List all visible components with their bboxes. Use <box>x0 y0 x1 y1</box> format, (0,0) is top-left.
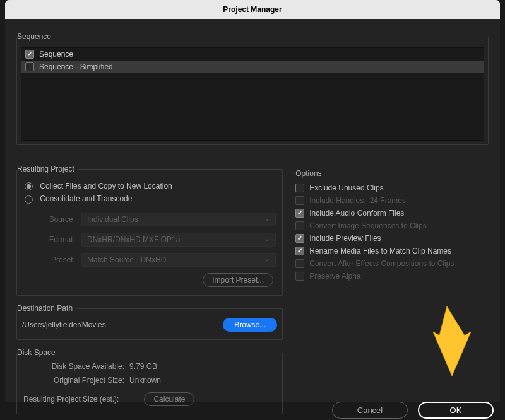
option-preview-files[interactable]: Include Preview Files <box>295 232 489 245</box>
radio-icon[interactable] <box>25 195 33 204</box>
format-select[interactable]: DNxHR/DNxHD MXF OP1a <box>81 233 276 247</box>
checkbox-icon[interactable] <box>25 62 34 71</box>
source-select[interactable]: Individual Clips <box>81 213 276 226</box>
option-label: Include Preview Files <box>309 234 381 243</box>
source-label: Source: <box>23 215 81 224</box>
option-exclude-unused[interactable]: Exclude Unused Clips <box>295 182 489 194</box>
checkbox-icon[interactable] <box>295 184 304 192</box>
checkbox-icon[interactable] <box>25 50 34 59</box>
radio-label: Consolidate and Transcode <box>40 194 132 203</box>
resulting-size-label: Resulting Project Size (est.): <box>23 395 119 404</box>
option-convert-image-seq: Convert Image Sequences to Clips <box>295 219 489 232</box>
ok-button[interactable]: OK <box>418 402 494 419</box>
checkbox-icon <box>295 221 304 230</box>
option-label: Include Handles: <box>309 196 365 205</box>
original-size-value: Unknown <box>129 376 161 385</box>
calculate-button[interactable]: Calculate <box>144 392 194 406</box>
preset-label: Preset: <box>23 255 81 264</box>
checkbox-icon <box>295 196 304 205</box>
radio-consolidate[interactable]: Consolidate and Transcode <box>17 192 282 205</box>
disk-available-label: Disk Space Available: <box>22 362 129 371</box>
option-label: Convert After Effects Compositions to Cl… <box>309 259 454 268</box>
resulting-project-fieldset: Resulting Project Collect Files and Copy… <box>16 169 283 296</box>
option-audio-conform[interactable]: Include Audio Conform Files <box>295 207 489 219</box>
sequence-row[interactable]: Sequence <box>21 48 484 61</box>
checkbox-icon[interactable] <box>295 247 304 255</box>
checkbox-icon <box>295 259 304 268</box>
dialog-title: Project Manager <box>5 0 500 19</box>
browse-button[interactable]: Browse... <box>223 318 277 332</box>
dialog-footer: Cancel OK <box>332 402 494 419</box>
disk-available-value: 9.79 GB <box>129 362 157 371</box>
sequence-item-label: Sequence - Simplified <box>39 62 113 71</box>
sequence-legend: Sequence <box>17 32 55 41</box>
original-size-label: Original Project Size: <box>22 376 129 385</box>
preset-select[interactable]: Match Source - DNxHD <box>81 253 276 267</box>
checkbox-icon[interactable] <box>295 234 304 243</box>
option-rename-media[interactable]: Rename Media Files to Match Clip Names <box>295 245 489 257</box>
options-fieldset: Options Exclude Unused Clips Include Han… <box>295 169 489 283</box>
radio-label: Collect Files and Copy to New Location <box>40 182 172 190</box>
import-preset-button[interactable]: Import Preset... <box>203 273 273 287</box>
sequence-list[interactable]: Sequence Sequence - Simplified <box>21 47 484 141</box>
option-preserve-alpha: Preserve Alpha <box>295 270 489 283</box>
radio-collect[interactable]: Collect Files and Copy to New Location <box>17 180 282 192</box>
option-include-handles: Include Handles: 24 Frames <box>295 194 489 207</box>
sequence-row[interactable]: Sequence - Simplified <box>21 61 484 73</box>
disk-space-legend: Disk Space <box>17 348 59 357</box>
cancel-button[interactable]: Cancel <box>332 402 408 419</box>
destination-path: /Users/jellyfielder/Movies <box>20 315 106 334</box>
checkbox-icon[interactable] <box>295 209 304 218</box>
option-label: Exclude Unused Clips <box>309 184 383 192</box>
radio-icon[interactable] <box>25 182 33 190</box>
option-label: Include Audio Conform Files <box>309 209 404 218</box>
format-label: Format: <box>23 235 81 244</box>
destination-fieldset: Destination Path /Users/jellyfielder/Mov… <box>16 308 283 340</box>
option-label: Preserve Alpha <box>309 272 360 281</box>
sequence-item-label: Sequence <box>39 50 73 59</box>
option-convert-ae: Convert After Effects Compositions to Cl… <box>295 257 489 270</box>
options-legend: Options <box>295 169 489 178</box>
option-label: Rename Media Files to Match Clip Names <box>309 247 451 255</box>
destination-legend: Destination Path <box>17 304 76 313</box>
resulting-project-legend: Resulting Project <box>17 165 78 173</box>
dialog-body: Sequence Sequence Sequence - Simplified … <box>5 19 500 402</box>
handles-value: 24 Frames <box>370 196 406 205</box>
disk-space-fieldset: Disk Space Disk Space Available: 9.79 GB… <box>16 353 283 414</box>
option-label: Convert Image Sequences to Clips <box>309 221 426 230</box>
checkbox-icon <box>295 272 304 281</box>
sequence-fieldset: Sequence Sequence Sequence - Simplified <box>16 37 489 145</box>
